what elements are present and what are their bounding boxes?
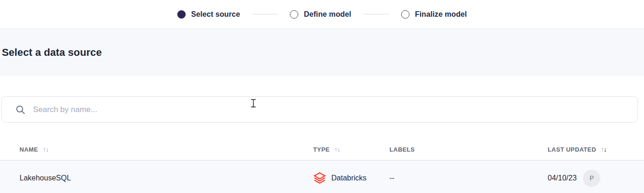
column-label: LAST UPDATED — [548, 146, 596, 153]
sort-arrows-icon[interactable]: ↑↓ — [601, 146, 606, 153]
step-label: Define model — [304, 10, 351, 19]
step-inactive-circle-icon — [290, 10, 298, 19]
wizard-stepper: Select source Define model Finalize mode… — [0, 0, 644, 29]
type-label: Databricks — [331, 174, 367, 182]
step-active-circle-icon — [177, 10, 186, 19]
step-select-source[interactable]: Select source — [177, 10, 240, 19]
cell-last-updated: 04/10/23 P — [548, 170, 644, 187]
page-title: Select a data source — [2, 47, 102, 59]
last-updated-date: 04/10/23 — [548, 174, 577, 182]
column-header-type[interactable]: TYPE ↑↓ — [313, 146, 389, 153]
column-header-labels[interactable]: LABELS — [389, 146, 548, 153]
table-row-lakehousesql[interactable]: LakehouseSQL Databricks -- 04/10/23 P — [0, 160, 644, 193]
avatar: P — [583, 170, 600, 187]
sort-arrows-icon[interactable]: ↑↓ — [43, 146, 48, 153]
search-icon — [15, 105, 26, 115]
search-box[interactable] — [1, 96, 638, 123]
step-define-model[interactable]: Define model — [290, 10, 351, 19]
sort-arrows-icon[interactable]: ↑↓ — [335, 146, 340, 153]
cell-labels: -- — [389, 174, 548, 182]
column-header-last-updated[interactable]: LAST UPDATED ↑↓ — [548, 146, 644, 153]
step-connector-line — [252, 14, 278, 14]
column-label: TYPE — [313, 146, 330, 153]
step-inactive-circle-icon — [401, 10, 409, 19]
step-label: Finalize model — [415, 10, 467, 19]
column-label: LABELS — [389, 146, 415, 153]
step-finalize-model[interactable]: Finalize model — [401, 10, 467, 19]
sort-desc-active-icon: ↓ — [604, 146, 606, 153]
cell-type: Databricks — [313, 172, 389, 185]
step-label: Select source — [191, 10, 240, 19]
title-band: Select a data source — [0, 29, 644, 76]
search-input[interactable] — [33, 105, 629, 114]
table-header-row: NAME ↑↓ TYPE ↑↓ LABELS LAST UPDATED ↑↓ — [0, 139, 644, 160]
column-header-name[interactable]: NAME ↑↓ — [0, 146, 313, 153]
cell-name: LakehouseSQL — [0, 174, 313, 182]
column-label: NAME — [20, 146, 38, 153]
data-sources-table: NAME ↑↓ TYPE ↑↓ LABELS LAST UPDATED ↑↓ L… — [0, 139, 644, 193]
step-connector-line — [363, 14, 389, 14]
databricks-icon — [313, 172, 326, 185]
